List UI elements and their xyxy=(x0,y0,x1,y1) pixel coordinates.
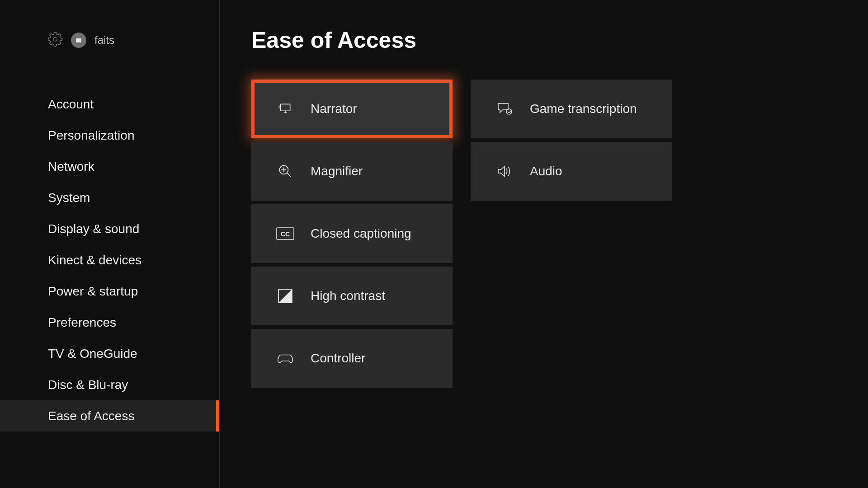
sidebar-item-preferences[interactable]: Preferences xyxy=(0,307,219,338)
tile-grid: Narrator Magnifier CC Closed captioning xyxy=(251,80,868,388)
closed-captioning-icon: CC xyxy=(276,225,294,243)
sidebar-item-label: Disc & Blu-ray xyxy=(48,378,128,392)
main-content: Ease of Access Narrator Magnifier xyxy=(220,0,868,488)
settings-gear-icon xyxy=(47,32,63,49)
page-title: Ease of Access xyxy=(251,27,868,53)
sidebar-item-label: Preferences xyxy=(48,315,116,330)
sidebar-item-label: Personalization xyxy=(48,128,134,143)
tile-controller[interactable]: Controller xyxy=(251,329,453,388)
audio-icon xyxy=(495,162,514,180)
sidebar-item-tv-oneguide[interactable]: TV & OneGuide xyxy=(0,338,219,369)
tile-magnifier[interactable]: Magnifier xyxy=(251,142,453,201)
tile-label: Closed captioning xyxy=(311,226,411,241)
tile-column-1: Narrator Magnifier CC Closed captioning xyxy=(251,80,453,388)
game-transcription-icon xyxy=(495,100,514,118)
sidebar-item-personalization[interactable]: Personalization xyxy=(0,120,219,151)
tile-label: High contrast xyxy=(311,289,385,303)
profile-avatar[interactable] xyxy=(71,33,86,48)
tile-label: Narrator xyxy=(311,102,357,116)
sidebar-item-disc-bluray[interactable]: Disc & Blu-ray xyxy=(0,369,219,400)
sidebar-item-kinect-devices[interactable]: Kinect & devices xyxy=(0,244,219,276)
sidebar-item-network[interactable]: Network xyxy=(0,151,219,182)
sidebar-item-label: Ease of Access xyxy=(48,409,134,423)
sidebar-item-label: Network xyxy=(48,160,94,174)
sidebar-item-display-sound[interactable]: Display & sound xyxy=(0,213,219,244)
tile-label: Magnifier xyxy=(311,164,363,178)
profile-name: faits xyxy=(94,34,114,47)
tile-column-2: Game transcription Audio xyxy=(471,80,672,388)
svg-rect-1 xyxy=(280,104,290,111)
sidebar-item-ease-of-access[interactable]: Ease of Access xyxy=(0,400,219,432)
svg-point-0 xyxy=(53,38,57,42)
narrator-icon xyxy=(276,100,294,118)
sidebar-item-label: Display & sound xyxy=(48,222,139,236)
tile-high-contrast[interactable]: High contrast xyxy=(251,267,453,325)
magnifier-icon xyxy=(276,162,294,180)
high-contrast-icon xyxy=(276,287,294,305)
svg-point-6 xyxy=(506,109,512,114)
tile-audio[interactable]: Audio xyxy=(471,142,672,201)
sidebar: faits Account Personalization Network Sy… xyxy=(0,0,220,488)
controller-icon xyxy=(276,349,294,367)
sidebar-item-label: System xyxy=(48,191,90,205)
sidebar-item-power-startup[interactable]: Power & startup xyxy=(0,276,219,307)
svg-text:CC: CC xyxy=(281,230,290,238)
tile-game-transcription[interactable]: Game transcription xyxy=(471,80,672,138)
sidebar-header: faits xyxy=(0,32,219,49)
sidebar-item-label: Kinect & devices xyxy=(48,253,142,267)
sidebar-item-account[interactable]: Account xyxy=(0,89,219,120)
tile-label: Game transcription xyxy=(530,102,637,116)
tile-label: Controller xyxy=(311,351,365,366)
sidebar-item-label: Account xyxy=(48,97,94,112)
sidebar-item-label: Power & startup xyxy=(48,284,138,299)
tile-label: Audio xyxy=(530,164,562,178)
tile-narrator[interactable]: Narrator xyxy=(251,80,453,138)
sidebar-item-system[interactable]: System xyxy=(0,182,219,213)
sidebar-item-label: TV & OneGuide xyxy=(48,347,137,361)
tile-closed-captioning[interactable]: CC Closed captioning xyxy=(251,204,453,263)
sidebar-nav: Account Personalization Network System D… xyxy=(0,89,219,432)
